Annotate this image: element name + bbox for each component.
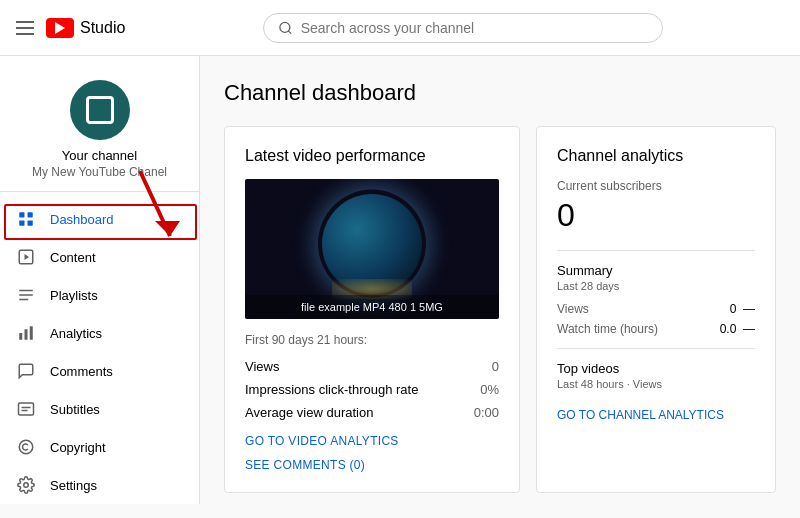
hamburger-menu[interactable] xyxy=(16,21,34,35)
analytics-views-value: 0 — xyxy=(730,302,755,316)
card-links: GO TO VIDEO ANALYTICS SEE COMMENTS (0) xyxy=(245,434,499,472)
header-left: Studio xyxy=(16,18,125,38)
playlists-icon xyxy=(16,286,36,304)
sidebar-item-comments[interactable]: Comments xyxy=(0,352,199,390)
copyright-icon xyxy=(16,438,36,456)
stat-row-views: Views 0 xyxy=(245,359,499,374)
analytics-watchtime-value: 0.0 — xyxy=(720,322,755,336)
channel-name: Your channel xyxy=(62,148,137,163)
stat-value-views: 0 xyxy=(492,359,499,374)
video-thumbnail[interactable]: file example MP4 480 1 5MG xyxy=(245,179,499,319)
settings-icon xyxy=(16,476,36,494)
stat-value-ctr: 0% xyxy=(480,382,499,397)
top-videos-sub: Last 48 hours · Views xyxy=(557,378,755,390)
sidebar: Your channel My New YouTube Chanel Dashb… xyxy=(0,56,200,504)
svg-point-0 xyxy=(280,22,290,32)
copyright-label: Copyright xyxy=(50,440,106,455)
stat-label-duration: Average view duration xyxy=(245,405,373,420)
sidebar-item-dashboard[interactable]: Dashboard xyxy=(0,200,199,238)
svg-rect-12 xyxy=(25,329,28,340)
latest-video-card: Latest video performance file example MP… xyxy=(224,126,520,493)
svg-rect-11 xyxy=(19,333,22,340)
cards-row: Latest video performance file example MP… xyxy=(224,126,776,493)
channel-analytics-link[interactable]: GO TO CHANNEL ANALYTICS xyxy=(557,408,724,422)
comments-icon xyxy=(16,362,36,380)
logo-area: Studio xyxy=(46,18,125,38)
see-comments-link[interactable]: SEE COMMENTS (0) xyxy=(245,458,499,472)
latest-video-title: Latest video performance xyxy=(245,147,499,165)
analytics-views-label: Views xyxy=(557,302,589,316)
svg-point-17 xyxy=(19,440,33,454)
analytics-stat-views: Views 0 — xyxy=(557,302,755,316)
svg-rect-4 xyxy=(19,221,24,226)
settings-label: Settings xyxy=(50,478,97,493)
subtitles-label: Subtitles xyxy=(50,402,100,417)
svg-rect-3 xyxy=(28,212,33,217)
divider-1 xyxy=(557,250,755,251)
dashboard-label: Dashboard xyxy=(50,212,114,227)
search-input[interactable] xyxy=(301,20,648,36)
content-label: Content xyxy=(50,250,96,265)
svg-marker-7 xyxy=(25,254,30,260)
analytics-watchtime-label: Watch time (hours) xyxy=(557,322,658,336)
svg-point-18 xyxy=(24,483,29,488)
stat-value-duration: 0:00 xyxy=(474,405,499,420)
stat-row-ctr: Impressions click-through rate 0% xyxy=(245,382,499,397)
comments-label: Comments xyxy=(50,364,113,379)
search-icon xyxy=(278,20,293,36)
stat-row-duration: Average view duration 0:00 xyxy=(245,405,499,420)
sidebar-item-playlists[interactable]: Playlists xyxy=(0,276,199,314)
subscribers-label: Current subscribers xyxy=(557,179,755,193)
video-analytics-link[interactable]: GO TO VIDEO ANALYTICS xyxy=(245,434,499,448)
search-bar[interactable] xyxy=(263,13,663,43)
svg-line-1 xyxy=(288,30,291,33)
page-title: Channel dashboard xyxy=(224,80,776,106)
sidebar-item-content[interactable]: Content xyxy=(0,238,199,276)
divider-2 xyxy=(557,348,755,349)
channel-info: Your channel My New YouTube Chanel xyxy=(0,64,199,192)
sidebar-item-subtitles[interactable]: Subtitles xyxy=(0,390,199,428)
video-thumb-label: file example MP4 480 1 5MG xyxy=(245,295,499,319)
subtitles-icon xyxy=(16,400,36,418)
svg-rect-5 xyxy=(28,221,33,226)
avatar xyxy=(70,80,130,140)
sidebar-wrapper: Your channel My New YouTube Chanel Dashb… xyxy=(0,56,200,518)
stat-label-ctr: Impressions click-through rate xyxy=(245,382,418,397)
content-icon xyxy=(16,248,36,266)
analytics-label: Analytics xyxy=(50,326,102,341)
studio-logo-text: Studio xyxy=(80,19,125,37)
main-content: Channel dashboard Latest video performan… xyxy=(200,56,800,518)
dashboard-icon xyxy=(16,210,36,228)
channel-analytics-card: Channel analytics Current subscribers 0 … xyxy=(536,126,776,493)
video-description: First 90 days 21 hours: xyxy=(245,333,499,347)
sidebar-item-copyright[interactable]: Copyright xyxy=(0,428,199,466)
svg-rect-13 xyxy=(30,326,33,340)
main-layout: Your channel My New YouTube Chanel Dashb… xyxy=(0,56,800,518)
playlists-label: Playlists xyxy=(50,288,98,303)
sidebar-item-settings[interactable]: Settings xyxy=(0,466,199,504)
channel-subtitle: My New YouTube Chanel xyxy=(32,165,167,179)
subscriber-count: 0 xyxy=(557,197,755,234)
header: Studio xyxy=(0,0,800,56)
analytics-icon xyxy=(16,324,36,342)
stat-label-views: Views xyxy=(245,359,279,374)
analytics-stat-watchtime: Watch time (hours) 0.0 — xyxy=(557,322,755,336)
youtube-icon xyxy=(46,18,74,38)
analytics-card-title: Channel analytics xyxy=(557,147,755,165)
top-videos-title: Top videos xyxy=(557,361,755,376)
svg-rect-2 xyxy=(19,212,24,217)
svg-rect-14 xyxy=(19,403,34,415)
summary-sub: Last 28 days xyxy=(557,280,755,292)
avatar-inner xyxy=(86,96,114,124)
summary-title: Summary xyxy=(557,263,755,278)
sidebar-item-analytics[interactable]: Analytics xyxy=(0,314,199,352)
